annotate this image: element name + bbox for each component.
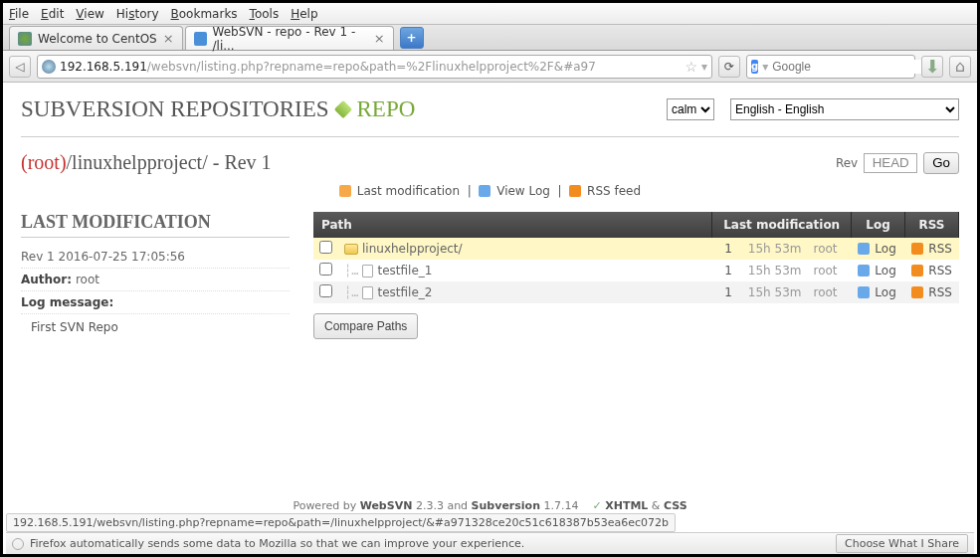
rss-link[interactable]: RSS [928, 264, 952, 278]
rss-icon [911, 243, 923, 255]
xhtml-link[interactable]: XHTML [605, 499, 648, 512]
action-links: Last modification | View Log | RSS feed [21, 184, 959, 198]
rev-label: Rev [836, 156, 858, 170]
google-icon: g [751, 60, 758, 74]
table-row: ┆… testfile_2115h 53mroot Log RSS [313, 281, 959, 303]
col-log: Log [852, 212, 905, 238]
new-tab-button[interactable]: + [400, 27, 424, 49]
bookmark-star-icon[interactable]: ☆ [685, 59, 697, 75]
log-icon [858, 243, 870, 255]
log-link[interactable]: Log [875, 285, 895, 299]
back-button[interactable]: ◁ [9, 56, 31, 78]
breadcrumb: (root)/linuxhelpproject/ - Rev 1 [21, 151, 272, 174]
os-menubar: File Edit View History Bookmarks Tools H… [3, 3, 977, 25]
menu-tools[interactable]: Tools [250, 7, 280, 21]
author-field: Author: root [21, 269, 290, 291]
path-link[interactable]: testfile_1 [377, 264, 432, 278]
path-link[interactable]: linuxhelpproject/ [362, 242, 463, 256]
col-rss: RSS [905, 212, 959, 238]
root-link[interactable]: (root) [21, 151, 67, 173]
globe-icon [42, 60, 56, 74]
folder-icon [344, 244, 358, 255]
rss-feed-link[interactable]: RSS feed [587, 184, 641, 198]
rss-icon [911, 286, 923, 298]
log-message: First SVN Repo [21, 314, 290, 334]
table-row: linuxhelpproject/115h 53mroot Log RSS [313, 238, 959, 260]
page-title: SUBVERSION REPOSITORIES REPO [21, 96, 415, 122]
row-checkbox[interactable] [319, 284, 332, 297]
log-link[interactable]: Log [875, 264, 895, 278]
status-bar: 192.168.5.191/websvn/listing.php?repname… [6, 513, 676, 532]
menu-help[interactable]: Help [291, 7, 317, 21]
menu-bookmarks[interactable]: Bookmarks [171, 7, 238, 21]
rss-icon [911, 265, 923, 277]
table-row: ┆… testfile_1115h 53mroot Log RSS [313, 260, 959, 281]
path-link[interactable]: testfile_2 [377, 285, 432, 299]
menu-history[interactable]: History [116, 7, 159, 21]
browser-navbar: ◁ 192.168.5.191/websvn/listing.php?repna… [3, 51, 977, 83]
pencil-icon [339, 185, 351, 197]
reload-button[interactable]: ⟳ [718, 56, 740, 78]
file-icon [362, 265, 373, 278]
info-icon [12, 538, 24, 550]
notice-text: Firefox automatically sends some data to… [30, 537, 524, 550]
subversion-link[interactable]: Subversion [472, 499, 540, 512]
tab-websvn[interactable]: WebSVN - repo - Rev 1 - /li... × [185, 26, 394, 50]
col-lastmod: Last modification [712, 212, 852, 238]
menu-file[interactable]: File [9, 7, 29, 21]
rev-timestamp: Rev 1 2016-07-25 17:05:56 [21, 246, 290, 269]
log-message-label: Log message: [21, 291, 290, 314]
menu-view[interactable]: View [76, 7, 103, 21]
tab-label: WebSVN - repo - Rev 1 - /li... [213, 25, 368, 53]
search-input[interactable] [772, 60, 921, 74]
browser-tabbar: Welcome to CentOS × WebSVN - repo - Rev … [3, 25, 977, 51]
centos-favicon-icon [18, 32, 32, 46]
log-icon [479, 185, 490, 197]
tab-label: Welcome to CentOS [38, 32, 157, 46]
websvn-favicon-icon [194, 32, 207, 46]
log-icon [858, 265, 870, 277]
compare-paths-button[interactable]: Compare Paths [313, 313, 418, 339]
log-icon [858, 286, 870, 298]
last-modification-link[interactable]: Last modification [357, 184, 460, 198]
downloads-button[interactable]: ⬇ [921, 56, 943, 78]
search-bar[interactable]: g ▾ 🔍 [746, 55, 915, 79]
url-dropdown-icon[interactable]: ▾ [701, 60, 707, 74]
view-log-link[interactable]: View Log [496, 184, 550, 198]
sidebar: LAST MODIFICATION Rev 1 2016-07-25 17:05… [21, 212, 290, 339]
close-icon[interactable]: × [163, 31, 174, 46]
row-checkbox[interactable] [319, 241, 332, 254]
page-footer: Powered by WebSVN 2.3.3 and Subversion 1… [3, 499, 977, 512]
url-bar[interactable]: 192.168.5.191/websvn/listing.php?repname… [37, 55, 712, 79]
data-notice-bar: Firefox automatically sends some data to… [6, 532, 974, 554]
rev-input[interactable] [864, 153, 917, 173]
url-text: 192.168.5.191/websvn/listing.php?repname… [60, 60, 596, 74]
css-link[interactable]: CSS [664, 499, 687, 512]
go-button[interactable]: Go [923, 152, 959, 174]
menu-edit[interactable]: Edit [41, 7, 64, 21]
rss-icon [569, 185, 581, 197]
page-content: SUBVERSION REPOSITORIES REPO calm Englis… [3, 83, 977, 339]
tab-centos[interactable]: Welcome to CentOS × [9, 26, 183, 50]
log-link[interactable]: Log [875, 242, 895, 256]
choose-share-button[interactable]: Choose What I Share [836, 534, 968, 553]
theme-select[interactable]: calm [667, 98, 714, 120]
file-icon [362, 286, 373, 299]
rss-link[interactable]: RSS [928, 285, 952, 299]
rss-link[interactable]: RSS [928, 242, 952, 256]
col-path: Path [313, 212, 712, 238]
repo-icon [333, 100, 351, 118]
home-button[interactable]: ⌂ [949, 56, 971, 78]
close-icon[interactable]: × [374, 31, 385, 46]
websvn-link[interactable]: WebSVN [360, 499, 413, 512]
sidebar-heading: LAST MODIFICATION [21, 212, 290, 238]
file-listing: Path Last modification Log RSS linuxhelp… [313, 212, 959, 339]
row-checkbox[interactable] [319, 263, 332, 276]
language-select[interactable]: English - English [730, 98, 959, 120]
